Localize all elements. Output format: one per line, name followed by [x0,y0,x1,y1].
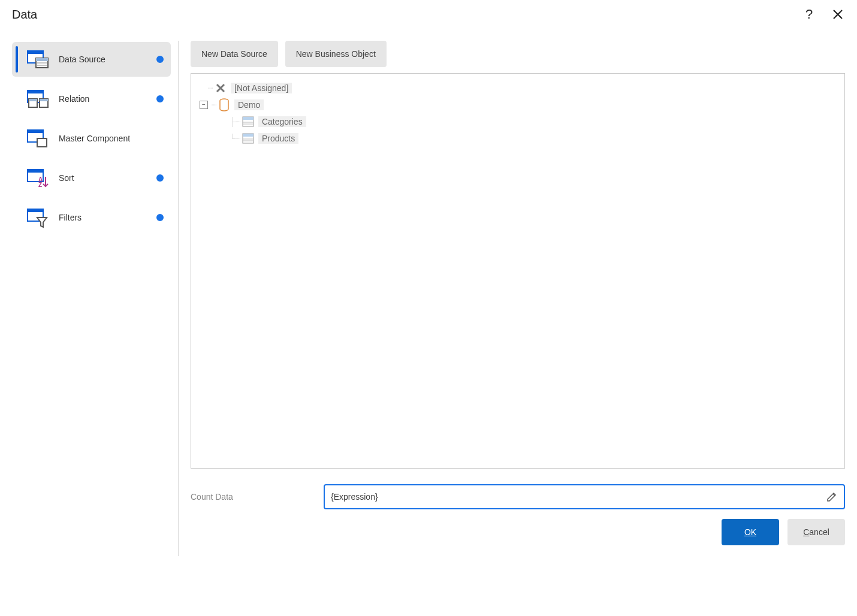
toolbar: New Data Source New Business Object [191,41,845,67]
tree-node-label: [Not Assigned] [231,83,292,93]
ok-button-label: OK [744,527,756,537]
sidebar-item-filters[interactable]: Filters [12,200,171,235]
table-icon [242,115,255,128]
ok-button[interactable]: OK [722,519,779,545]
tree-connector: ┈ [212,100,216,110]
sidebar-item-sort[interactable]: A Z Sort [12,161,171,195]
sidebar-item-relation[interactable]: Relation [12,81,171,116]
svg-rect-27 [243,134,254,137]
master-component-icon [26,126,50,150]
tree-connector: └┈ [230,134,240,143]
data-dialog: Data ? [0,0,857,568]
svg-rect-20 [28,209,43,212]
sidebar-item-label: Master Component [59,134,164,143]
new-data-source-button[interactable]: New Data Source [191,41,278,67]
svg-rect-13 [28,130,43,133]
pencil-icon[interactable] [826,491,838,503]
tree-node-child[interactable]: └┈ Products [197,130,838,147]
collapse-toggle-icon[interactable]: − [200,101,208,109]
count-data-input-wrap[interactable] [324,484,845,509]
tree-node-child[interactable]: ├┈ Categories [197,113,838,130]
sort-icon: A Z [26,166,50,190]
cancel-button[interactable]: Cancel [787,519,845,545]
svg-rect-11 [40,99,48,101]
filters-icon [26,206,50,230]
svg-rect-16 [28,170,43,173]
main-content: New Data Source New Business Object ┈ [N… [179,41,845,556]
tree-connector: ├┈ [230,117,240,126]
sidebar-item-master-component[interactable]: Master Component [12,121,171,156]
dialog-body: Data Source Relation [12,41,845,556]
sidebar: Data Source Relation [12,41,179,556]
tree-node-label: Categories [258,116,306,127]
tree-node-label: Demo [234,99,264,110]
svg-rect-23 [243,117,254,120]
tree-connector: ┈ [208,83,213,93]
sidebar-item-label: Sort [59,173,156,183]
tree-node-label: Products [258,133,298,144]
close-icon[interactable] [831,7,845,22]
count-data-row: Count Data [191,484,845,509]
relation-icon [26,87,50,111]
dialog-header: Data ? [12,7,845,26]
table-icon [242,132,255,145]
sidebar-item-data-source[interactable]: Data Source [12,42,171,77]
header-actions: ? [802,7,845,22]
svg-rect-7 [28,90,43,93]
svg-rect-1 [28,51,43,54]
sidebar-item-label: Filters [59,213,156,222]
dialog-title: Data [12,8,37,22]
database-icon [218,98,231,111]
svg-rect-14 [37,138,47,147]
sidebar-item-label: Relation [59,94,156,104]
footer: OK Cancel [191,519,845,545]
count-data-input[interactable] [331,492,826,502]
tree-node-root[interactable]: − ┈ Demo [197,96,838,113]
x-icon [214,81,227,95]
count-data-label: Count Data [191,492,324,502]
new-business-object-button[interactable]: New Business Object [285,41,387,67]
sidebar-item-label: Data Source [59,55,156,64]
active-indicator [16,46,18,73]
help-icon[interactable]: ? [802,7,816,22]
status-dot [156,95,164,102]
svg-rect-9 [29,99,37,101]
tree-node-not-assigned[interactable]: ┈ [Not Assigned] [197,80,838,96]
status-dot [156,214,164,221]
tree-panel: ┈ [Not Assigned] − ┈ Demo [191,73,845,469]
data-source-icon [26,47,50,71]
status-dot [156,56,164,63]
svg-rect-3 [36,58,48,61]
status-dot [156,174,164,182]
svg-text:Z: Z [38,182,42,188]
